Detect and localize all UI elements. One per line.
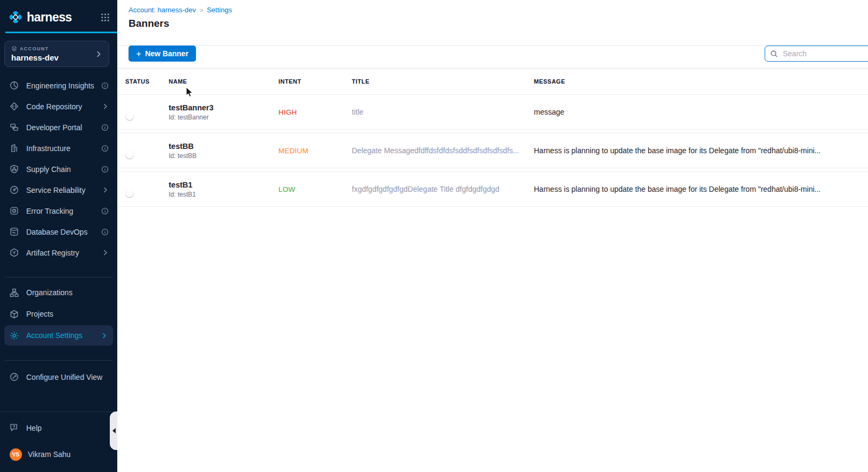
breadcrumb-account-link[interactable]: Account: harness-dev — [129, 6, 196, 14]
info-icon[interactable] — [101, 166, 109, 173]
avatar: VS — [10, 448, 22, 461]
chevron-right-icon — [102, 249, 109, 256]
banner-id: Id: testBB — [169, 152, 278, 160]
help-chat-icon — [10, 423, 19, 432]
sidebar-item-label: Configure Unified View — [26, 373, 109, 381]
sidebar-divider — [4, 360, 113, 361]
main-content: Account: harness-dev > Settings Banners … — [117, 0, 868, 472]
intent-badge: MEDIUM — [278, 147, 308, 155]
help-button[interactable]: Help — [0, 417, 117, 438]
account-selector[interactable]: ACCOUNT harness-dev — [4, 41, 109, 67]
table-body: testBanner3 Id: testBanner HIGH title me… — [117, 94, 868, 207]
sidebar-footer: Help — [0, 417, 117, 438]
sidebar-footer-divider — [0, 411, 117, 412]
header-divider — [117, 45, 868, 46]
search-icon — [770, 50, 778, 58]
info-icon[interactable] — [101, 207, 109, 215]
toolbar-divider — [117, 68, 868, 69]
database-devops-icon — [10, 227, 19, 236]
new-banner-label: New Banner — [145, 49, 188, 58]
sidebar-item-label: Service Reliability — [26, 186, 102, 194]
column-header-title: TITLE — [352, 78, 534, 85]
app-launcher-icon[interactable] — [101, 13, 110, 22]
service-reliability-icon — [10, 185, 19, 194]
chevron-right-icon — [95, 50, 102, 58]
table-row[interactable]: testBB Id: testBB MEDIUM Delegate Messag… — [117, 133, 868, 168]
column-header-message: MESSAGE — [534, 78, 868, 85]
sidebar-item-developer-portal[interactable]: Developer Portal — [0, 117, 117, 138]
collapse-arrow-icon — [112, 428, 116, 433]
sidebar-item-projects[interactable]: Projects — [0, 303, 117, 325]
banner-id: Id: testBanner — [169, 114, 278, 121]
banner-message: Harness is planning to update the base i… — [534, 146, 868, 155]
infrastructure-icon — [10, 144, 19, 153]
banner-name: testBanner3 — [169, 103, 278, 112]
organizations-icon — [10, 288, 19, 297]
breadcrumb: Account: harness-dev > Settings — [129, 6, 232, 14]
breadcrumb-settings-link[interactable]: Settings — [207, 6, 232, 14]
sidebar-divider — [4, 277, 113, 278]
sidebar-item-organizations[interactable]: Organizations — [0, 282, 117, 303]
sidebar-item-account-settings[interactable]: Account Settings — [4, 325, 113, 346]
sidebar-item-engineering-insights[interactable]: Engineering Insights — [0, 75, 117, 96]
banner-message: message — [534, 108, 868, 116]
harness-logo-icon — [7, 9, 24, 25]
column-header-intent: INTENT — [278, 78, 352, 85]
user-profile[interactable]: VS Vikram Sahu — [0, 445, 117, 463]
info-icon[interactable] — [101, 124, 109, 131]
sidebar-item-label: Infrastructure — [26, 144, 101, 153]
engineering-insights-icon — [10, 81, 19, 90]
sidebar-item-label: Supply Chain — [26, 165, 101, 174]
developer-portal-icon — [10, 123, 19, 132]
artifact-registry-icon — [10, 248, 19, 257]
banner-title: title — [352, 108, 534, 116]
sidebar-modules: Engineering Insights Code Repository Dev… — [0, 75, 117, 263]
table-row[interactable]: testB1 Id: testB1 LOW fxgdfgdfgdfgdfgdDe… — [117, 171, 868, 207]
search-input[interactable] — [782, 49, 868, 58]
sidebar-account-group: Organizations Projects Account Settings — [0, 282, 117, 346]
sidebar-other-group: Configure Unified View — [0, 366, 117, 387]
brand-name: harness — [27, 10, 72, 25]
user-name: Vikram Sahu — [28, 450, 71, 459]
sidebar-item-label: Engineering Insights — [26, 81, 101, 90]
search-box — [765, 46, 868, 62]
sidebar-item-database-devops[interactable]: Database DevOps — [0, 221, 117, 242]
column-header-status: STATUS — [125, 78, 169, 85]
configure-view-icon — [10, 372, 19, 381]
brand-underline — [5, 32, 117, 33]
banner-message: Harness is planning to update the base i… — [534, 185, 868, 193]
sidebar-item-label: Account Settings — [26, 331, 101, 340]
column-header-name: NAME — [169, 78, 278, 85]
chevron-right-icon — [102, 186, 109, 193]
sidebar-item-artifact-registry[interactable]: Artifact Registry — [0, 242, 117, 263]
table-row[interactable]: testBanner3 Id: testBanner HIGH title me… — [117, 94, 868, 130]
breadcrumb-separator: > — [200, 7, 203, 13]
sidebar-item-label: Database DevOps — [26, 228, 101, 236]
sidebar-item-label: Code Repository — [26, 102, 102, 111]
sidebar-item-code-repository[interactable]: Code Repository — [0, 96, 117, 117]
sidebar-item-infrastructure[interactable]: Infrastructure — [0, 138, 117, 159]
sidebar-item-error-tracking[interactable]: Error Tracking — [0, 200, 117, 221]
supply-chain-icon — [10, 164, 19, 174]
intent-badge: LOW — [278, 185, 295, 193]
sidebar-item-supply-chain[interactable]: Supply Chain — [0, 159, 117, 179]
banner-title: fxgdfgdfgdfgdfgdDelegate Title dfgfdgdfg… — [352, 185, 534, 193]
info-icon[interactable] — [101, 82, 109, 89]
sidebar-item-configure-unified-view[interactable]: Configure Unified View — [0, 366, 117, 387]
sidebar-item-service-reliability[interactable]: Service Reliability — [0, 179, 117, 200]
sidebar-item-label: Organizations — [26, 288, 109, 297]
gear-icon — [10, 331, 19, 340]
banner-name: testBB — [169, 142, 278, 151]
brand-header: harness — [7, 6, 110, 28]
error-tracking-icon — [10, 206, 19, 215]
table-header-row: STATUS NAME INTENT TITLE MESSAGE — [117, 74, 868, 89]
chevron-right-icon — [102, 103, 109, 110]
plus-icon: + — [136, 49, 141, 58]
info-icon[interactable] — [101, 228, 109, 236]
new-banner-button[interactable]: + New Banner — [129, 46, 196, 62]
banner-title: Delegate Messagedfdffdsfdfdsfsddfsdfsdfs… — [352, 146, 534, 155]
help-label: Help — [26, 424, 109, 432]
info-icon[interactable] — [101, 145, 109, 152]
sidebar: harness ACCOUNT harness-dev — [0, 0, 117, 472]
account-label: ACCOUNT — [20, 46, 49, 51]
